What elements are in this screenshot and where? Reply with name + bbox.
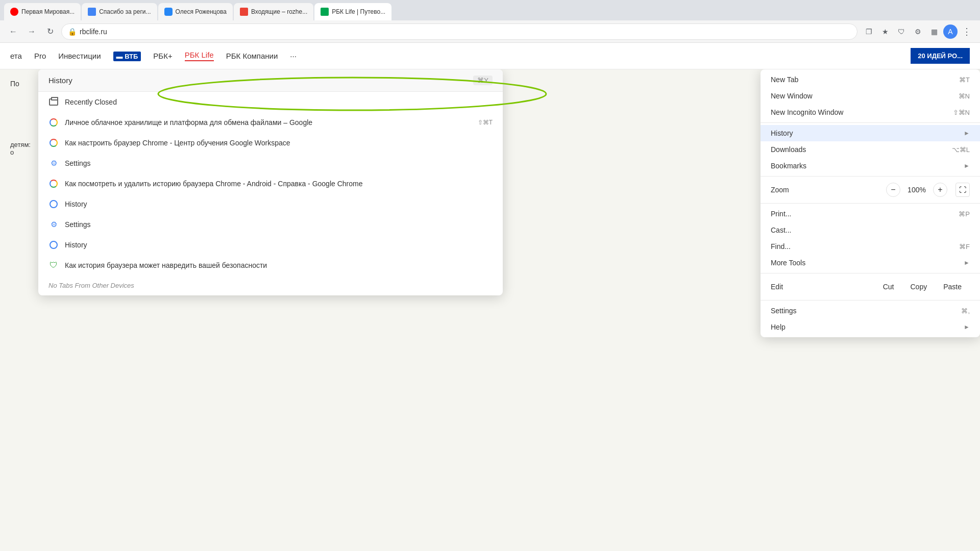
tab-4[interactable]: Входящие – rozhe... bbox=[234, 3, 313, 20]
tab-search-icon-button[interactable]: ▦ bbox=[927, 24, 941, 39]
site-nav: ета Pro Инвестиции ▬ ВТБ РБК+ РБК Life Р… bbox=[0, 43, 980, 69]
history-item-3[interactable]: Как посмотреть и удалить историю браузер… bbox=[38, 173, 503, 194]
copy-button[interactable]: Copy bbox=[902, 280, 936, 294]
recently-closed-item[interactable]: Recently Closed bbox=[38, 92, 503, 112]
menu-new-tab[interactable]: New Tab ⌘T bbox=[761, 71, 980, 88]
history-panel-title: History bbox=[48, 76, 473, 85]
menu-new-window[interactable]: New Window ⌘N bbox=[761, 88, 980, 104]
zoom-plus-button[interactable]: + bbox=[933, 183, 947, 197]
toolbar: ← → ↻ 🔒 rbclife.ru ❐ ★ 🛡 ⚙ ▦ A ⋮ bbox=[0, 20, 980, 43]
history-item-6[interactable]: History bbox=[38, 235, 503, 255]
tab-5-favicon bbox=[321, 8, 329, 16]
recently-closed-icon bbox=[48, 97, 59, 107]
zoom-row: Zoom − 100% + ⛶ bbox=[761, 179, 980, 201]
settings-icon-5: ⚙ bbox=[48, 219, 59, 230]
menu-downloads-shortcut: ⌥⌘L bbox=[952, 146, 970, 154]
menu-divider-2 bbox=[761, 176, 980, 177]
tab-4-label: Входящие – rozhe... bbox=[251, 8, 307, 15]
edit-label: Edit bbox=[771, 283, 875, 291]
forward-button[interactable]: → bbox=[24, 24, 39, 39]
history-shortcut-badge: ⌘Y bbox=[473, 76, 493, 85]
history-icon-4 bbox=[48, 199, 59, 209]
main-content: По people movies Анни Эрно — лауреат Ноб… bbox=[0, 69, 980, 551]
menu-cast-label: Cast... bbox=[771, 226, 970, 234]
tab-3[interactable]: Олеся Роженцова bbox=[158, 3, 233, 20]
left-text-po: По bbox=[10, 80, 19, 88]
menu-find[interactable]: Find... ⌘F bbox=[761, 238, 980, 255]
shield-icon-button[interactable]: 🛡 bbox=[894, 24, 909, 39]
menu-more-tools[interactable]: More Tools ► bbox=[761, 255, 980, 271]
google-icon-3 bbox=[48, 179, 59, 189]
menu-new-window-label: New Window bbox=[771, 92, 954, 100]
menu-cast[interactable]: Cast... bbox=[761, 222, 980, 238]
reload-button[interactable]: ↻ bbox=[43, 24, 57, 39]
address-text: rbclife.ru bbox=[80, 28, 107, 36]
history-item-5[interactable]: ⚙ Settings bbox=[38, 214, 503, 235]
history-item-1[interactable]: Как настроить браузер Chrome - Центр обу… bbox=[38, 133, 503, 153]
menu-incognito[interactable]: New Incognito Window ⇧⌘N bbox=[761, 104, 980, 120]
zoom-fullscreen-button[interactable]: ⛶ bbox=[955, 183, 970, 197]
site-nav-item-eta[interactable]: ета bbox=[10, 52, 22, 60]
zoom-value: 100% bbox=[906, 186, 927, 194]
history-item-0-shortcut: ⇧⌘T bbox=[478, 119, 493, 126]
settings-icon-2: ⚙ bbox=[48, 158, 59, 168]
tab-bar: Первая Мировая... Спасибо за реги... Оле… bbox=[0, 0, 980, 20]
cut-button[interactable]: Cut bbox=[875, 280, 902, 294]
tab-2-label: Спасибо за реги... bbox=[99, 8, 151, 15]
profile-icon-button[interactable]: A bbox=[943, 24, 958, 39]
history-panel-header: History ⌘Y bbox=[38, 69, 503, 92]
toolbar-icons: ❐ ★ 🛡 ⚙ ▦ A ⋮ bbox=[862, 24, 974, 39]
site-nav-item-rbkplus[interactable]: РБК+ bbox=[153, 52, 172, 60]
menu-bookmarks[interactable]: Bookmarks ► bbox=[761, 158, 980, 174]
address-bar[interactable]: 🔒 rbclife.ru bbox=[61, 23, 857, 40]
menu-new-tab-shortcut: ⌘T bbox=[959, 76, 970, 84]
tab-1-label: Первая Мировая... bbox=[21, 8, 75, 15]
paste-button[interactable]: Paste bbox=[935, 280, 970, 294]
share-icon-button[interactable]: ❐ bbox=[862, 24, 876, 39]
google-icon-0 bbox=[48, 117, 59, 128]
history-item-4[interactable]: History bbox=[38, 194, 503, 214]
menu-find-shortcut: ⌘F bbox=[959, 243, 970, 251]
menu-downloads[interactable]: Downloads ⌥⌘L bbox=[761, 141, 980, 158]
tab-4-favicon bbox=[240, 8, 248, 16]
no-devices-label: No Tabs From Other Devices bbox=[38, 276, 503, 295]
history-item-7-text: Как история браузера может навредить ваш… bbox=[65, 261, 493, 269]
zoom-minus-button[interactable]: − bbox=[886, 183, 900, 197]
zoom-controls: − 100% + ⛶ bbox=[886, 183, 970, 197]
menu-print[interactable]: Print... ⌘P bbox=[761, 206, 980, 222]
tab-5[interactable]: РБК Life | Путево... bbox=[314, 3, 391, 20]
history-item-3-text: Как посмотреть и удалить историю браузер… bbox=[65, 180, 493, 188]
zoom-label: Zoom bbox=[771, 186, 886, 194]
menu-settings[interactable]: Settings ⌘, bbox=[761, 303, 980, 319]
menu-new-window-shortcut: ⌘N bbox=[959, 92, 970, 100]
history-item-0[interactable]: Личное облачное хранилище и платформа дл… bbox=[38, 112, 503, 133]
vtb-logo: ▬ ВТБ bbox=[113, 52, 141, 61]
menu-print-label: Print... bbox=[771, 210, 954, 218]
back-button[interactable]: ← bbox=[6, 24, 20, 39]
menu-settings-shortcut: ⌘, bbox=[961, 307, 970, 315]
menu-help[interactable]: Help ► bbox=[761, 319, 980, 335]
site-nav-item-rbklife[interactable]: РБК Life bbox=[185, 51, 214, 61]
site-nav-item-investments[interactable]: Инвестиции bbox=[58, 52, 101, 60]
chrome-menu-button[interactable]: ⋮ bbox=[960, 24, 974, 39]
lock-icon: 🔒 bbox=[68, 28, 77, 36]
promo-banner: 20 ИДЕЙ РО... bbox=[911, 48, 970, 64]
menu-divider-1 bbox=[761, 122, 980, 123]
site-nav-item-pro[interactable]: Pro bbox=[34, 52, 46, 60]
tab-1[interactable]: Первая Мировая... bbox=[4, 3, 81, 20]
history-item-2[interactable]: ⚙ Settings bbox=[38, 153, 503, 173]
menu-history[interactable]: History ► bbox=[761, 125, 980, 141]
tab-2[interactable]: Спасибо за реги... bbox=[82, 3, 157, 20]
site-nav-item-vtb[interactable]: ▬ ВТБ bbox=[113, 52, 141, 60]
site-nav-item-rbkcompanies[interactable]: РБК Компании bbox=[226, 52, 278, 60]
history-item-5-text: Settings bbox=[65, 220, 493, 229]
shield-icon-7: 🛡 bbox=[48, 260, 59, 270]
menu-settings-label: Settings bbox=[771, 307, 957, 315]
menu-incognito-label: New Incognito Window bbox=[771, 108, 949, 116]
site-nav-more[interactable]: ··· bbox=[290, 52, 297, 60]
history-item-7[interactable]: 🛡 Как история браузера может навредить в… bbox=[38, 255, 503, 276]
bookmark-icon-button[interactable]: ★ bbox=[878, 24, 892, 39]
tab-3-favicon bbox=[164, 8, 173, 16]
extensions-icon-button[interactable]: ⚙ bbox=[911, 24, 925, 39]
tab-1-favicon bbox=[10, 8, 18, 16]
